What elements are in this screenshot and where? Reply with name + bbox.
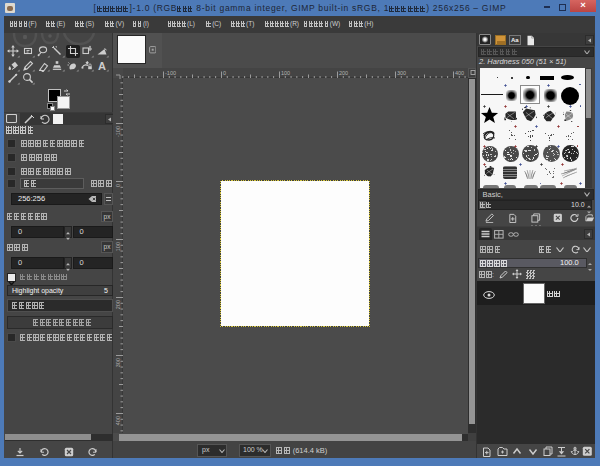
svg-text:100: 100 (281, 69, 290, 75)
svg-text:400: 400 (455, 69, 464, 75)
svg-text:400: 400 (115, 416, 121, 425)
svg-text:100: 100 (115, 242, 121, 251)
svg-text:200: 200 (339, 69, 348, 75)
svg-text:0: 0 (223, 69, 226, 75)
svg-text:300: 300 (115, 358, 121, 367)
svg-text:0: 0 (115, 184, 121, 187)
svg-text:200: 200 (115, 300, 121, 309)
svg-text:300: 300 (397, 69, 406, 75)
svg-text:-100: -100 (115, 126, 121, 137)
svg-text:-100: -100 (165, 69, 176, 75)
svg-text:A: A (98, 60, 106, 72)
